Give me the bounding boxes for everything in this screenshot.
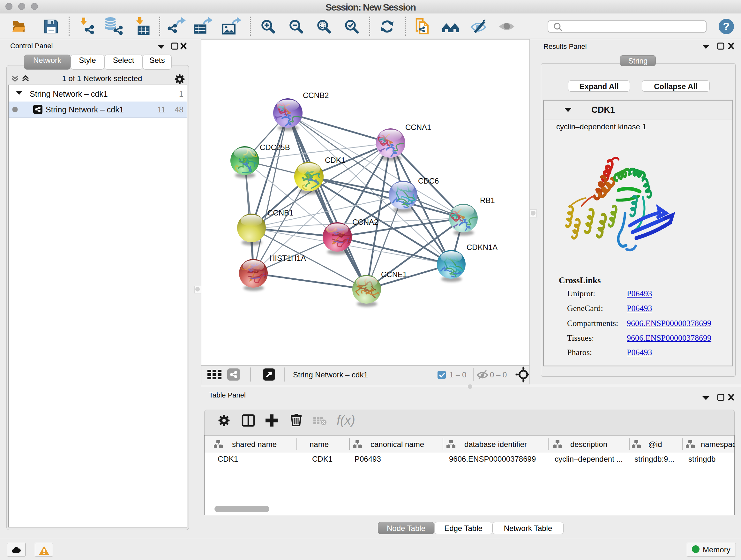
- svg-text:CDKN1A: CDKN1A: [467, 243, 497, 252]
- svg-text:1: 1: [179, 89, 184, 98]
- svg-text:shared name: shared name: [232, 440, 277, 449]
- svg-text:CDC6: CDC6: [418, 177, 439, 185]
- svg-text:0 – 0: 0 – 0: [490, 370, 507, 379]
- svg-text:CCNE1: CCNE1: [381, 270, 407, 279]
- svg-text:database identifier: database identifier: [464, 440, 527, 449]
- svg-text:CCNB2: CCNB2: [303, 91, 329, 100]
- svg-text:f(x): f(x): [337, 413, 355, 427]
- svg-text:String Network – cdk1: String Network – cdk1: [30, 89, 108, 98]
- svg-text:cyclin–dependent ...: cyclin–dependent ...: [555, 455, 623, 463]
- svg-text:9606.ENSP00000378699: 9606.ENSP00000378699: [449, 455, 536, 463]
- svg-text:RB1: RB1: [480, 196, 495, 205]
- svg-text:canonical name: canonical name: [370, 440, 424, 449]
- svg-text:1 – 0: 1 – 0: [449, 370, 466, 379]
- svg-text:CDC25B: CDC25B: [260, 143, 290, 152]
- svg-text:String Network – cdk1: String Network – cdk1: [46, 105, 124, 114]
- svg-text:48: 48: [175, 105, 184, 114]
- svg-text:@id: @id: [648, 440, 662, 449]
- svg-text:CCNA2: CCNA2: [352, 218, 378, 226]
- svg-text:11: 11: [157, 105, 165, 114]
- svg-text:name: name: [310, 440, 329, 449]
- svg-text:CCNB1: CCNB1: [267, 208, 293, 217]
- svg-text:CCNA1: CCNA1: [405, 123, 431, 132]
- svg-text:CDK1: CDK1: [312, 455, 333, 463]
- svg-text:?: ?: [723, 20, 730, 32]
- svg-text:stringdb: stringdb: [688, 455, 716, 463]
- svg-text:P06493: P06493: [354, 455, 381, 463]
- svg-text:CDK1: CDK1: [218, 455, 238, 463]
- svg-text:HIST1H1A: HIST1H1A: [269, 254, 306, 262]
- svg-text:CDK1: CDK1: [325, 156, 345, 165]
- svg-text:description: description: [570, 440, 607, 449]
- svg-text:String Network – cdk1: String Network – cdk1: [293, 370, 368, 379]
- svg-text:namespace: namespace: [701, 440, 735, 449]
- svg-text:stringdb:9...: stringdb:9...: [634, 455, 674, 463]
